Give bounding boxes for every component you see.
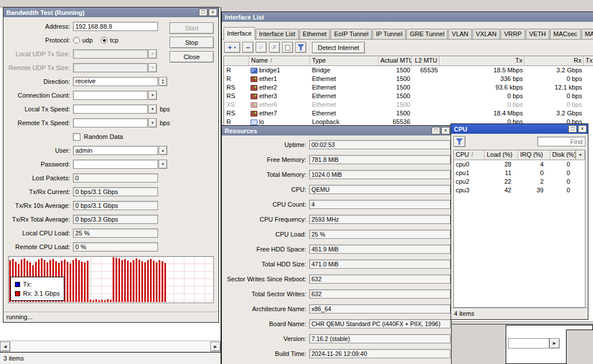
column-tx-packet[interactable]: Tx: [584, 56, 593, 65]
find-input[interactable]: [537, 137, 586, 146]
detect-internet-button[interactable]: Detect Internet: [312, 42, 365, 53]
protocol-tcp-radio[interactable]: [101, 37, 107, 44]
tab-veth[interactable]: VETH: [526, 29, 549, 39]
cpu-titlebar[interactable]: CPU □ ×: [451, 124, 588, 134]
build-time-value: 2024-11-26 12:09:40: [309, 349, 450, 358]
tab-interface[interactable]: Interface: [224, 27, 255, 40]
column-flags[interactable]: [224, 56, 249, 65]
protocol-udp-radio[interactable]: [73, 37, 80, 44]
table-row[interactable]: cpu0 28 4 0: [454, 160, 585, 169]
main-horizontal-scrollbar[interactable]: ◀ ▶: [0, 340, 221, 352]
tab-interface-list[interactable]: Interface List: [256, 29, 299, 39]
window-title: Resources: [225, 127, 430, 134]
tab-clipped[interactable]: MA: [582, 29, 593, 39]
connection-count-dropdown[interactable]: ▼: [148, 91, 157, 100]
table-row[interactable]: cpu2 22 2 0: [454, 177, 585, 186]
table-row[interactable]: R ether1 Ethernet 1500 336 bps 0 bps: [224, 75, 593, 83]
random-data-checkbox[interactable]: [73, 133, 80, 141]
table-row[interactable]: RS ether2 Ethernet 1500 93.6 kbps 12.1 k…: [224, 83, 593, 92]
local-udp-tx-size-input[interactable]: [73, 49, 148, 59]
local-tx-speed-dropdown[interactable]: ▼: [148, 104, 157, 114]
remote-tx-speed-input[interactable]: [73, 118, 148, 127]
remove-button[interactable]: −: [242, 42, 253, 53]
total-hdd-value: 471.0 MiB: [309, 260, 450, 269]
tab-eoip-tunnel[interactable]: EoIP Tunnel: [330, 29, 372, 39]
restore-button[interactable]: □: [199, 9, 207, 16]
password-dropdown[interactable]: ▼: [159, 160, 167, 169]
txrx-current-value: 0 bps/3.1 Gbps: [73, 187, 158, 196]
column-actual-mtu[interactable]: Actual MTU: [379, 56, 412, 65]
tab-vrrp[interactable]: VRRP: [500, 29, 525, 39]
background-scroll-right-button[interactable]: ▶: [549, 338, 560, 348]
resource-row: Board Name:CHR QEMU Standard PC (i440FX …: [223, 319, 451, 328]
resource-row: Total HDD Size:471.0 MiB: [223, 260, 451, 269]
unit-label: bps: [160, 119, 170, 126]
remote-tx-speed-dropdown[interactable]: ▼: [148, 118, 157, 127]
table-row[interactable]: cpu1 11 0 0: [454, 169, 585, 177]
direction-dropdown[interactable]: ▲ ▼: [159, 77, 167, 86]
cpu-frequency-value: 2593 MHz: [309, 215, 450, 224]
comment-button[interactable]: [282, 42, 293, 53]
column-tx[interactable]: Tx: [440, 56, 525, 65]
add-button[interactable]: + ▼: [224, 42, 240, 53]
scroll-left-button[interactable]: ◀: [0, 342, 10, 351]
remote-udp-tx-size-input[interactable]: [73, 63, 148, 72]
local-tx-speed-row: Local Tx Speed: ▼ bps: [7, 104, 218, 114]
close-button[interactable]: Close: [170, 51, 214, 63]
filter-button[interactable]: [295, 42, 306, 53]
cpu-window: CPU □ × CPU/ Load (%) IRQ (%) Disk (%) ▼…: [450, 123, 588, 320]
column-selector-button[interactable]: ▼: [576, 150, 585, 160]
resource-row: Total Memory:1024.0 MiB: [223, 170, 451, 179]
table-row-disabled[interactable]: XS ether6 Ethernet 1500 0 bps 0 bps: [224, 100, 593, 109]
restore-button[interactable]: □: [432, 127, 440, 134]
main-status-bar: 3 items: [0, 352, 221, 364]
local-udp-tx-size-dropdown[interactable]: ▼: [148, 49, 157, 59]
restore-button[interactable]: □: [568, 125, 577, 133]
tab-gre-tunnel[interactable]: GRE Tunnel: [406, 29, 448, 39]
table-row[interactable]: RS ether3 Ethernet 1500 0 bps 0 bps: [224, 92, 593, 100]
bandwidth-test-titlebar[interactable]: Bandwidth Test (Running) □ ×: [3, 7, 218, 17]
direction-value[interactable]: receive: [73, 77, 158, 86]
column-rx[interactable]: Rx: [525, 56, 584, 65]
disable-button[interactable]: ✗: [269, 42, 280, 53]
address-input[interactable]: [73, 22, 158, 31]
scroll-right-button[interactable]: ▶: [210, 342, 221, 351]
tab-ip-tunnel[interactable]: IP Tunnel: [372, 29, 406, 39]
close-button[interactable]: ×: [578, 125, 587, 133]
tab-vlan[interactable]: VLAN: [448, 29, 472, 39]
table-row[interactable]: RS ether7 Ethernet 1500 18.4 Mbps 3.2 Gb…: [224, 109, 593, 118]
tab-macsec[interactable]: MACsec: [550, 29, 581, 39]
row-flags: XS: [224, 100, 249, 109]
remote-udp-tx-size-dropdown[interactable]: ▼: [148, 63, 157, 72]
resources-titlebar[interactable]: Resources □ ×: [222, 126, 451, 135]
stop-button[interactable]: Stop: [170, 37, 214, 48]
resource-row: Sector Writes Since Reboot:632: [223, 274, 451, 284]
connection-count-input[interactable]: [73, 91, 148, 100]
close-button[interactable]: ×: [441, 127, 450, 134]
column-l2-mtu[interactable]: L2 MTU: [412, 56, 440, 65]
enable-button[interactable]: ✓: [256, 42, 267, 53]
loopback-icon: [251, 119, 257, 125]
table-row[interactable]: R bridge1 Bridge 1500 65535 18.5 Mbps 3.…: [224, 66, 593, 75]
interface-list-toolbar: + ▼ − ✓ ✗ Detect Internet: [222, 40, 593, 55]
password-input[interactable]: [73, 160, 158, 169]
table-row[interactable]: cpu3 42 39 0: [454, 186, 585, 195]
tab-vxlan[interactable]: VXLAN: [472, 29, 500, 39]
start-button[interactable]: Start: [170, 22, 214, 34]
row-flags: R: [224, 66, 249, 75]
filter-button[interactable]: [453, 136, 465, 147]
column-name[interactable]: Name/: [249, 56, 310, 65]
interface-list-titlebar[interactable]: Interface List: [222, 12, 593, 22]
column-load[interactable]: Load (%): [485, 150, 518, 160]
user-dropup[interactable]: ▲: [159, 146, 167, 155]
scrollbar-track[interactable]: [10, 342, 210, 351]
local-tx-speed-input[interactable]: [73, 104, 148, 114]
column-type[interactable]: Type: [310, 56, 379, 65]
column-cpu[interactable]: CPU/: [454, 150, 485, 160]
tab-ethernet[interactable]: Ethernet: [299, 29, 330, 39]
column-disk[interactable]: Disk (%): [550, 150, 576, 160]
user-input[interactable]: [73, 146, 158, 155]
column-irq[interactable]: IRQ (%): [518, 150, 550, 160]
close-button[interactable]: ×: [209, 9, 217, 16]
background-scrollbar-track[interactable]: [508, 338, 549, 348]
